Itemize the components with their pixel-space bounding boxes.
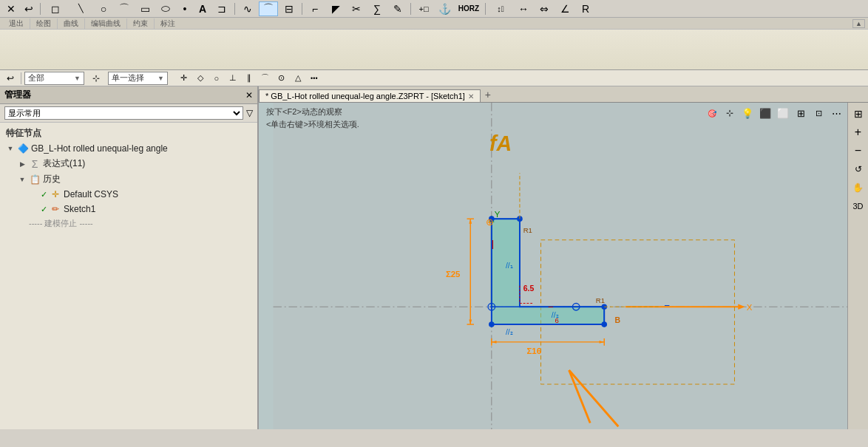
snap-btn5[interactable]: ∥ [242,72,257,85]
snap-btn4[interactable]: ⊥ [226,72,240,85]
intersect-button[interactable]: ✂ [347,1,366,16]
view-grid-btn[interactable]: ⊞ [793,105,809,121]
ribbon-label-constraint: 约束 [127,18,155,29]
linear-button[interactable]: ↔ [514,1,533,16]
info-line2: <单击右键>环境相关选项. [266,118,359,131]
rt-zoom-in[interactable]: + [850,124,867,140]
svg-text:Σ25: Σ25 [446,270,461,279]
viewport[interactable]: * GB_L-Hot rolled unequal-leg angle.Z3PR… [259,86,868,429]
tree-item-expression[interactable]: ▶ Σ 表达式(11) [15,156,254,171]
rt-view3d[interactable]: 3D [850,198,867,214]
expression-icon: Σ [29,158,41,170]
add-tab-button[interactable]: + [481,87,495,102]
sketch1-icon: ✏ [50,203,61,215]
snap-btn3[interactable]: ○ [209,72,224,85]
svg-text://₂: //₂ [506,328,513,336]
svg-text:fA: fA [489,132,512,155]
sketch-button[interactable]: ◻ [44,1,67,16]
view-cursor-btn[interactable]: ⊹ [722,105,738,121]
ribbon-label-dim: 标注 [155,18,181,29]
tree-root-item[interactable]: ▼ 🔷 GB_L-Hot rolled unequal-leg angle [3,141,254,156]
chamfer-button[interactable]: ◤ [326,1,345,16]
snap-btn2[interactable]: ◇ [193,72,208,85]
panel-filter-select[interactable]: 显示常用 [4,106,243,120]
horizontal-button[interactable]: HORZ [455,1,482,16]
view-render-btn[interactable]: 💡 [739,105,756,121]
view-mode-btn2[interactable]: ⬜ [775,105,791,121]
ribbon-label-editcurve: 编辑曲线 [85,18,127,29]
offset-button[interactable]: ⊟ [279,1,299,16]
info-bar: 按下<F2>动态的观察 <单击右键>环境相关选项. [266,106,359,130]
tree-item-history[interactable]: ▼ 📋 历史 [15,171,254,187]
viewport-tab-bar: * GB_L-Hot rolled unequal-leg angle.Z3PR… [259,86,868,103]
angle-button[interactable]: ∠ [555,1,574,16]
tab-close-icon[interactable]: ✕ [468,92,474,100]
view-snap-btn[interactable]: ⊡ [810,105,827,121]
tree-item-sketch1[interactable]: ✓ ✏ Sketch1 [27,202,254,216]
stop-label: ----- 建模停止 ----- [29,218,93,229]
right-toolbar: ⊞ + − ↺ ✋ 3D [847,103,868,429]
history-subtree: ✓ ✛ Default CSYS ✓ ✏ Sketch1 [15,187,254,216]
fillet-button[interactable]: ⌐ [305,1,325,16]
arc-button[interactable]: ⌒ [115,1,134,16]
svg-text:Y: Y [495,210,501,219]
history-expand-icon[interactable]: ▼ [18,175,27,184]
ribbon-label-exit: 退出 [3,18,30,29]
select-icon-btn[interactable]: ⊹ [89,72,104,85]
ribbon: ✕ ↩ ◻ ╲ ○ ⌒ ▭ ⬭ • A ⊐ ∿ ⌒ ⊟ ⌐ ◤ ✂ ∑ ✎ +□… [0,0,868,70]
history-label: 历史 [43,173,61,185]
tree-item-defaultcsys[interactable]: ✓ ✛ Default CSYS [27,187,254,202]
section-title: 特征节点 [3,126,254,141]
radius-button[interactable]: R [576,1,595,16]
rt-pan[interactable]: ✋ [850,180,867,196]
svg-rect-0 [274,103,854,429]
svg-text:6.5: 6.5 [523,284,535,293]
symmetric-button[interactable]: ⇔ [535,1,554,16]
textctrl-button[interactable]: A [194,1,211,16]
main-area: 管理器 ✕ 显示常用 ▽ 特征节点 ▼ 🔷 GB_L-Hot rolled un… [0,86,868,429]
exit-button[interactable]: ✕ [3,1,19,16]
point-button[interactable]: • [177,1,193,16]
quickdim-button[interactable]: ↕⃞ [489,1,512,16]
equation-button[interactable]: ∑ [367,1,387,16]
tab-label: * GB_L-Hot rolled unequal-leg angle.Z3PR… [265,92,465,100]
bridge-button[interactable]: ⌒ [259,1,278,16]
select-mode-select[interactable]: 单一选择 [112,72,156,83]
undo-button[interactable]: ↩ [21,1,37,16]
view-orient-btn[interactable]: 🎯 [704,105,720,121]
top-mini-toolbar: 🎯 ⊹ 💡 ⬛ ⬜ ⊞ ⊡ ⋯ [702,103,846,123]
canvas-area[interactable]: 按下<F2>动态的观察 <单击右键>环境相关选项. 🎯 ⊹ 💡 ⬛ ⬜ ⊞ ⊡ … [259,103,868,429]
group-expand-btn[interactable]: ▲ [852,19,865,28]
sketch1-label: Sketch1 [64,204,95,214]
rt-zoom-fit[interactable]: ⊞ [850,106,867,122]
panel-close-button[interactable]: ✕ [245,90,253,100]
polyline-button[interactable]: ╲ [69,1,92,16]
view-more-btn[interactable]: ⋯ [828,105,844,121]
snap-btn6[interactable]: ⌒ [258,72,273,85]
sketch-canvas[interactable]: X Y [259,103,868,429]
panel-content: 特征节点 ▼ 🔷 GB_L-Hot rolled unequal-leg ang… [0,123,257,429]
svg-text:B: B [615,316,621,324]
snap-btn7[interactable]: ⊙ [274,72,289,85]
svg-text:X: X [747,303,753,312]
snap-btn8[interactable]: △ [291,72,305,85]
root-expand-icon[interactable]: ▼ [6,144,15,153]
snap-btn1[interactable]: ✛ [177,72,191,85]
filter-input[interactable]: 全部 [28,72,72,83]
filter-button[interactable]: ▽ [246,108,253,118]
circle-button[interactable]: ○ [94,1,113,16]
rt-zoom-out[interactable]: − [850,143,867,159]
fix-button[interactable]: ⚓ [435,1,454,16]
slot-button[interactable]: ⊐ [212,1,231,16]
ellipse-button[interactable]: ⬭ [156,1,175,16]
view-mode-btn1[interactable]: ⬛ [757,105,773,121]
viewport-tab-main[interactable]: * GB_L-Hot rolled unequal-leg angle.Z3PR… [259,89,481,102]
undo-cmd-button[interactable]: ↩ [3,72,18,85]
snap-btn9[interactable]: ••• [307,72,322,85]
rect-button[interactable]: ▭ [135,1,155,16]
spline-button[interactable]: ∿ [238,1,257,16]
rt-rotate[interactable]: ↺ [850,161,867,177]
expression-expand-icon[interactable]: ▶ [18,160,27,168]
addconstraint-button[interactable]: +□ [414,1,433,16]
modify-button[interactable]: ✎ [388,1,407,16]
